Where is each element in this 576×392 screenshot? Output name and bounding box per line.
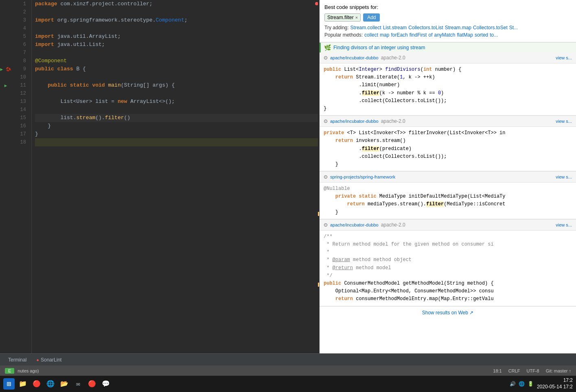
code-line-14: [35, 106, 319, 114]
search-tag[interactable]: Stream.filter ×: [324, 13, 361, 22]
snippet-code-2: private <T> List<Invoker<T>> filterInvok…: [320, 127, 576, 171]
octocat-icon-1: ⊙: [324, 55, 328, 61]
view-link-3[interactable]: view s...: [556, 174, 572, 179]
ln-13: 13: [11, 98, 28, 106]
ln-6: 6: [11, 41, 28, 49]
taskbar: ⊞ 📁 🔴 🌐 📂 ✉ 🔴 💬 🔊 🌐 🔋 17:2 2020-05-14 17…: [0, 376, 576, 392]
taskbar-icon-8[interactable]: 💬: [100, 378, 112, 390]
scrollbar-track[interactable]: [318, 0, 319, 353]
try-link-more: St...: [509, 25, 518, 30]
line-numbers: 1 2 3 4 5 6 7 8 9 10 11 12 13 14 15 16 1: [11, 0, 32, 353]
try-link-collectorstoset[interactable]: Collectors.toSet: [473, 25, 508, 30]
gutter-5: [0, 33, 11, 41]
editor-area: ▶ 🫘 ▶ 1 2 3 4 5: [0, 0, 576, 353]
repo-name-1[interactable]: apache/incubator-dubbo: [330, 55, 379, 60]
view-link-1[interactable]: view s...: [556, 55, 572, 60]
snippet-code-4: /** * Return method model for the given …: [320, 231, 576, 306]
try-link-collectorstolist[interactable]: Collectors.toList: [408, 25, 443, 30]
taskbar-icon-4[interactable]: 🌐: [45, 378, 56, 390]
clock-time: 17:2: [537, 377, 573, 384]
code-line-11: public static void main(String[] args) {: [35, 81, 319, 89]
method-link-foreach[interactable]: forEach: [391, 32, 407, 38]
search-tag-text: Stream.filter: [327, 15, 354, 20]
code-line-3: import org.springframework.stereotype.Co…: [35, 16, 319, 24]
taskbar-icon-2[interactable]: 📁: [17, 378, 28, 390]
method-link-findfirst[interactable]: findFirst: [410, 32, 427, 38]
ln-5: 5: [11, 33, 28, 41]
method-link-anymatch[interactable]: anyMatch: [434, 32, 455, 38]
ln-12: 12: [11, 89, 28, 98]
snippet-2: ⊙ apache/incubator-dubbo apache-2.0 view…: [320, 115, 576, 171]
license-tag-4: apache-2.0: [381, 222, 405, 228]
status-left: E nutes ago): [5, 368, 39, 374]
left-gutter: ▶ 🫘 ▶: [0, 0, 11, 353]
main-container: ▶ 🫘 ▶ 1 2 3 4 5: [0, 0, 576, 392]
method-link-map[interactable]: map: [380, 32, 389, 38]
repo-name-2[interactable]: apache/incubator-dubbo: [330, 119, 379, 124]
tab-terminal[interactable]: Terminal: [3, 355, 31, 364]
status-encoding: UTF-8: [526, 368, 539, 373]
close-icon[interactable]: ×: [355, 15, 358, 20]
status-branch[interactable]: Git: master ↑: [546, 368, 571, 373]
status-bar: E nutes ago) 18:1 CRLF UTF-8 Git: master…: [0, 366, 576, 376]
popular-methods-label: Popular methods:: [324, 32, 363, 38]
gutter-7: [0, 49, 11, 57]
repo-name-3[interactable]: spring-projects/spring-framework: [330, 174, 395, 179]
code-line-18: [35, 138, 319, 146]
method-link-flatmap[interactable]: flatMap: [457, 32, 473, 38]
gutter-14: [0, 106, 11, 114]
scrollbar-thumb-2: [318, 283, 319, 287]
add-button[interactable]: Add: [363, 13, 380, 22]
method-link-sorted[interactable]: sorted: [475, 32, 488, 38]
start-icon[interactable]: ⊞: [3, 378, 15, 390]
license-tag-2: apache-2.0: [381, 118, 405, 124]
status-line-ending: CRLF: [508, 368, 520, 373]
taskbar-icon-5[interactable]: 📂: [59, 378, 70, 390]
try-link-streammap[interactable]: Stream.map: [445, 25, 471, 30]
gutter-1: [0, 0, 11, 8]
view-link-2[interactable]: view s...: [556, 119, 572, 124]
ln-3: 3: [11, 16, 28, 24]
finding-icon-1: 🌿: [324, 44, 331, 51]
gutter-15: [0, 114, 11, 122]
ln-16: 16: [11, 122, 28, 130]
snippet-code-1: public List<Integer> findDivisors(int nu…: [320, 63, 576, 115]
code-line-12: [35, 89, 319, 98]
snippet-3: ⊙ spring-projects/spring-framework view …: [320, 171, 576, 219]
ln-4: 4: [11, 24, 28, 33]
ln-18: 18: [11, 138, 28, 146]
view-link-4[interactable]: view s...: [556, 222, 572, 227]
code-line-15: list.stream().filter(): [35, 114, 319, 122]
code-line-17: }: [35, 130, 319, 138]
method-link-more: to...: [490, 32, 498, 38]
gutter-16: [0, 122, 11, 130]
gutter-12: [0, 89, 11, 98]
try-link-collect[interactable]: Stream.collect: [350, 25, 381, 30]
bottom-tabs: Terminal ● SonarLint: [3, 355, 66, 364]
try-link-liststream[interactable]: List.stream: [383, 25, 407, 30]
try-adding-row: Try adding: Stream.collect List.stream C…: [324, 25, 571, 30]
ln-10: 10: [11, 73, 28, 81]
taskbar-icon-3[interactable]: 🔴: [31, 378, 42, 390]
method-link-of[interactable]: of: [428, 32, 432, 38]
tab-sonarlint-label: SonarLint: [41, 357, 61, 363]
tab-sonarlint[interactable]: ● SonarLint: [31, 355, 66, 364]
license-tag-1: apache-2.0: [381, 55, 405, 61]
gutter-6: [0, 41, 11, 49]
method-link-collect[interactable]: collect: [364, 32, 378, 38]
snippet-4: ⊙ apache/incubator-dubbo apache-2.0 view…: [320, 219, 576, 306]
code-line-9: public class B {: [35, 65, 319, 73]
gutter-9: ▶ 🫘: [0, 65, 11, 73]
taskbar-icon-6[interactable]: ✉: [72, 378, 84, 390]
repo-name-4[interactable]: apache/incubator-dubbo: [330, 222, 379, 227]
code-content[interactable]: package com.xinzf.project.controller; im…: [32, 0, 319, 353]
gutter-10: [0, 73, 11, 81]
status-event-btn[interactable]: E: [5, 368, 14, 374]
show-web-link[interactable]: Show results on Web ↗: [320, 306, 576, 319]
taskbar-icon-7[interactable]: 🔴: [86, 378, 98, 390]
gutter-11: ▶: [0, 81, 11, 89]
octocat-icon-2: ⊙: [324, 118, 328, 124]
gutter-2: [0, 8, 11, 16]
finding-header-1: 🌿 Finding divisors of an integer using s…: [320, 43, 576, 52]
status-position: 18:1: [493, 368, 502, 373]
